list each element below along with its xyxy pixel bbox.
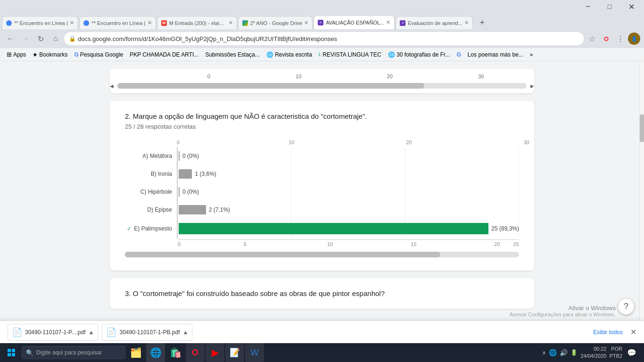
tab-bar: ** Encuentro en Línea ( ✕ ** Encuentro e… (0, 13, 644, 29)
tab-4-favicon (242, 20, 248, 26)
bar-label-a: A) Metáfora (125, 153, 177, 159)
windows-start-icon (8, 349, 15, 356)
refresh-button[interactable]: ↻ (34, 32, 47, 45)
taskbar-search-text: Digite aqui para pesquisar (36, 349, 102, 356)
pkp-label: PKP CHAMADA DE ARTI... (130, 51, 198, 58)
question-3-text: 3. O "cortometraje" foi construído basea… (125, 289, 519, 297)
google2-bookmark[interactable]: G (454, 50, 463, 59)
taskbar-search[interactable]: 🔍 Digite aqui para pesquisar (22, 346, 125, 359)
taskbar-icon-chrome[interactable]: 🌐 (146, 343, 165, 362)
maximize-button[interactable]: □ (599, 0, 620, 13)
right-scrollbar-track[interactable] (639, 61, 644, 324)
pesquisa-label: Pesquisa Google (80, 51, 123, 58)
taskbar-icon-youtube[interactable]: ▶ (206, 343, 224, 362)
download-arrow-2[interactable]: ▲ (183, 329, 189, 336)
download-bar: 📄 30490-110107-1-P....pdf ▲ 📄 30490-1101… (0, 321, 644, 343)
bookmarks-bar: ⊞ Apps ★ Bookmarks G Pesquisa Google PKP… (0, 48, 644, 61)
fotografias-bookmark[interactable]: 🌐 30 fotografias de Fr... (385, 50, 453, 59)
right-scrollbar-thumb (640, 114, 644, 142)
start-button[interactable] (2, 343, 21, 362)
tray-icons: ∧ (542, 350, 546, 356)
tab-4-close[interactable]: ✕ (304, 20, 308, 26)
q1-axis-20: 20 (387, 74, 393, 79)
q1-scrollbar[interactable]: ◀ ▶ (117, 83, 527, 89)
chart-2: 0 10 20 30 A) Metáfora (125, 140, 519, 257)
google-pesquisa-bookmark[interactable]: G Pesquisa Google (71, 50, 126, 59)
q2-scrollbar-thumb (125, 252, 440, 257)
time-display: 00:22 (580, 346, 606, 353)
avatar[interactable]: 👤 (628, 33, 640, 45)
download-arrow-1[interactable]: ▲ (89, 329, 94, 336)
download-item-1[interactable]: 📄 30490-110107-1-P....pdf ▲ (8, 324, 98, 341)
pkp-bookmark[interactable]: PKP CHAMADA DE ARTI... (127, 50, 201, 59)
address-text: docs.google.com/forms/d/1Ko46mGOl_5yUgP2… (78, 35, 337, 42)
tab-4[interactable]: 2º ANO - Google Drive ✕ (238, 16, 313, 29)
poemas-bookmark[interactable]: Los poemas más be... (465, 50, 526, 59)
q1-scrollbar-left-arrow[interactable]: ◀ (110, 83, 114, 89)
top-axis-10: 10 (289, 140, 294, 145)
taskbar-icon-file-explorer[interactable]: 🗂️ (126, 343, 145, 362)
new-tab-button[interactable]: + (476, 16, 489, 29)
taskbar-icon-store[interactable]: 🛍️ (166, 343, 185, 362)
content-area: 0 10 20 30 ◀ ▶ 2. Marque a opção de ling… (110, 69, 534, 333)
lang-sub: PTB2 (609, 353, 622, 360)
tab-5-active[interactable]: ≡ AVALIAÇÃO ESPAÑOL... ✕ (314, 15, 395, 29)
tab-2[interactable]: ** Encuentro en Línea ( ✕ (79, 16, 156, 29)
tab-6-close[interactable]: ✕ (464, 20, 469, 26)
date-display: 24/04/2020 (580, 353, 606, 360)
home-button[interactable]: ⌂ (49, 32, 62, 45)
bar-label-b: B) Ironia (125, 171, 177, 177)
tab-6[interactable]: ≡ Evaluación de aprend... ✕ (396, 16, 473, 29)
pdf-icon-2: 📄 (106, 327, 116, 337)
bookmarks-label: Bookmarks (39, 51, 67, 58)
opera-icon[interactable]: O (600, 32, 613, 45)
minimize-button[interactable]: − (577, 0, 599, 13)
bar-a (179, 151, 180, 161)
menu-icon[interactable]: ⋮ (614, 32, 627, 45)
tab-1[interactable]: ** Encuentro en Línea ( ✕ (2, 16, 78, 29)
notifications-button[interactable]: 💬 (625, 346, 638, 359)
address-input-container[interactable]: 🔒 docs.google.com/forms/d/1Ko46mGOl_5yUg… (64, 32, 584, 45)
taskbar-icon-word[interactable]: W (245, 343, 264, 362)
bar-label-e: ✓ E) Palimpsesto (125, 225, 177, 232)
revista-escrita-label: 🌐 Revista escrita (266, 51, 312, 58)
poemas-label: Los poemas más be... (468, 51, 523, 58)
submissoes-bookmark[interactable]: Submissões Estaça... (202, 50, 262, 59)
bot-axis-25: 25 (513, 241, 519, 247)
close-download-bar[interactable]: ✕ (630, 328, 636, 337)
title-bar: − □ ✕ (0, 0, 644, 13)
help-button[interactable]: ? (618, 298, 635, 315)
volume-icon[interactable]: 🔊 (560, 349, 568, 356)
bar-row-c: C) Hipérbole 0 (0%) (125, 183, 519, 201)
revista-lingua-label: REVISTA LINGUA TEC (322, 51, 381, 58)
download-item-2[interactable]: 📄 30490-110107-1-PB.pdf ▲ (102, 324, 192, 341)
taskbar-icon-opera[interactable]: O (186, 343, 205, 362)
tab-5-close[interactable]: ✕ (386, 19, 390, 25)
taskbar-icon-docs[interactable]: 📝 (225, 343, 244, 362)
tab-5-title: AVALIAÇÃO ESPAÑOL... (326, 20, 384, 25)
bookmark-star-icon[interactable]: ☆ (586, 32, 599, 45)
network-icon[interactable]: 🌐 (549, 349, 557, 356)
bar-label-value-a: 0 (0%) (182, 153, 199, 159)
language-display[interactable]: POR PTB2 (609, 346, 622, 360)
tab-3[interactable]: M M Entrada (200) - elaine.t ✕ (157, 16, 237, 29)
clock-display[interactable]: 00:22 24/04/2020 (580, 346, 606, 360)
forward-button[interactable]: → (19, 32, 32, 45)
revista-lingua-bookmark[interactable]: L REVISTA LINGUA TEC (316, 50, 384, 59)
q2-scrollbar[interactable] (125, 252, 519, 257)
more-bookmarks[interactable]: » (527, 50, 536, 59)
bookmarks-folder[interactable]: ★ Bookmarks (30, 50, 70, 59)
apps-bookmark[interactable]: ⊞ Apps (4, 50, 29, 59)
tab-3-close[interactable]: ✕ (229, 20, 233, 26)
bar-label-value-d: 2 (7,1%) (209, 206, 230, 213)
pdf-icon-1: 📄 (12, 327, 22, 337)
tab-1-close[interactable]: ✕ (70, 20, 74, 26)
close-button[interactable]: ✕ (620, 0, 642, 13)
show-all-downloads[interactable]: Exibir todos (593, 329, 623, 336)
back-button[interactable]: ← (4, 32, 17, 45)
q1-scrollbar-right-arrow[interactable]: ▶ (530, 83, 534, 89)
revista-escrita-bookmark[interactable]: 🌐 Revista escrita (264, 50, 315, 59)
tab-2-close[interactable]: ✕ (148, 20, 152, 26)
browser-toolbar-icons: ☆ O ⋮ 👤 (586, 32, 640, 45)
bar-label-value-e: 25 (89,3%) (491, 225, 519, 232)
